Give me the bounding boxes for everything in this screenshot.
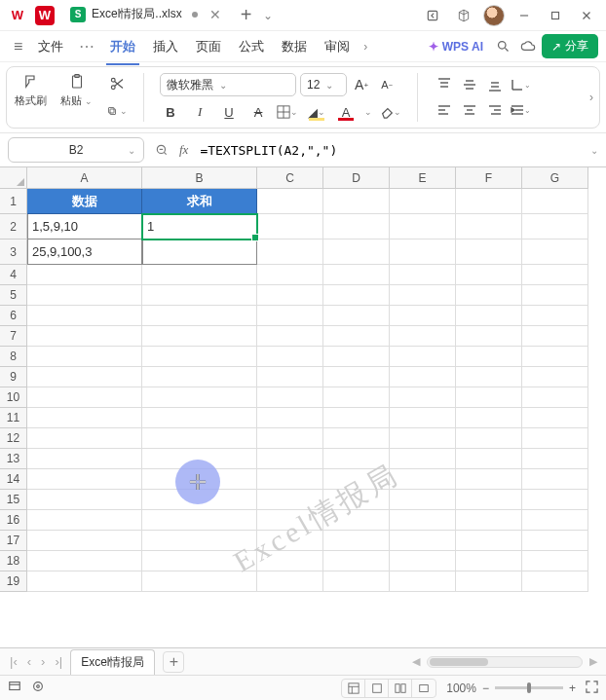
cell[interactable] — [390, 367, 456, 387]
search-icon[interactable] — [491, 35, 514, 58]
share-button[interactable]: ↗分享 — [542, 34, 598, 58]
cell[interactable] — [522, 265, 588, 285]
cell[interactable] — [27, 469, 142, 490]
cell[interactable] — [323, 347, 390, 367]
menu-formula[interactable]: 公式 — [231, 34, 272, 59]
cell[interactable] — [456, 306, 522, 326]
cell[interactable] — [257, 189, 323, 214]
tab-close-icon[interactable]: ✕ — [209, 7, 221, 22]
row-header[interactable]: 15 — [0, 490, 27, 510]
cell[interactable] — [522, 367, 588, 387]
cell[interactable] — [456, 367, 522, 387]
cell[interactable] — [142, 326, 257, 347]
menu-file[interactable]: 文件 — [30, 34, 71, 59]
cell[interactable] — [390, 214, 456, 239]
cell[interactable] — [522, 551, 588, 571]
zoom-out-button[interactable]: − — [482, 682, 489, 695]
cell[interactable] — [257, 367, 323, 387]
row-header[interactable]: 7 — [0, 326, 27, 347]
cell[interactable] — [456, 469, 522, 490]
row-header[interactable]: 12 — [0, 428, 27, 449]
font-size-combo[interactable]: 12⌄ — [300, 73, 347, 96]
row-header[interactable]: 19 — [0, 571, 27, 592]
cell[interactable] — [257, 239, 323, 265]
cell[interactable] — [27, 408, 142, 428]
cell[interactable] — [142, 265, 257, 285]
cells-area[interactable]: 数据 求和 1,5,9,10 1 25,9,100,3 — [27, 189, 606, 647]
minimize-icon[interactable] — [512, 4, 536, 27]
cell[interactable] — [257, 449, 323, 469]
cell-a3[interactable]: 25,9,100,3 — [27, 239, 142, 265]
row-header[interactable]: 3 — [0, 239, 27, 265]
orientation-button[interactable]: ⌄ — [510, 74, 531, 95]
row-header[interactable]: 5 — [0, 285, 27, 306]
cell[interactable] — [522, 347, 588, 367]
cell[interactable] — [323, 469, 390, 490]
col-header-b[interactable]: B — [142, 167, 257, 189]
cell-b1[interactable]: 求和 — [142, 189, 257, 214]
cell[interactable] — [390, 347, 456, 367]
cell[interactable] — [27, 571, 142, 592]
cell[interactable] — [456, 490, 522, 510]
cell[interactable] — [323, 306, 390, 326]
zoom-in-button[interactable]: + — [569, 682, 576, 695]
cell[interactable] — [142, 306, 257, 326]
cell[interactable] — [390, 326, 456, 347]
view-read-button[interactable] — [412, 680, 436, 697]
row-header[interactable]: 9 — [0, 367, 27, 387]
cell[interactable] — [323, 428, 390, 449]
row-header[interactable]: 18 — [0, 551, 27, 571]
cell[interactable] — [27, 449, 142, 469]
row-header[interactable]: 16 — [0, 510, 27, 531]
select-all-corner[interactable] — [0, 167, 27, 189]
hamburger-icon[interactable]: ≡ — [8, 38, 28, 55]
cell[interactable] — [323, 571, 390, 592]
menu-data[interactable]: 数据 — [274, 34, 315, 59]
cell[interactable] — [522, 428, 588, 449]
sheet-tab[interactable]: Excel情报局 — [70, 649, 155, 675]
copy-button[interactable]: ⌄ — [106, 100, 128, 122]
cell[interactable] — [390, 239, 456, 265]
row-header[interactable]: 8 — [0, 347, 27, 367]
cell[interactable] — [456, 449, 522, 469]
cell[interactable] — [257, 531, 323, 551]
cell[interactable] — [390, 510, 456, 531]
clear-format-button[interactable]: ⌄ — [380, 102, 401, 122]
add-sheet-button[interactable]: + — [163, 651, 184, 673]
format-painter-button[interactable]: 格式刷 — [15, 73, 47, 108]
cell[interactable] — [323, 449, 390, 469]
cell[interactable] — [522, 214, 588, 239]
tab-overflow-icon[interactable]: ⌄ — [263, 9, 273, 22]
scrollbar-thumb[interactable] — [430, 658, 488, 666]
align-center-button[interactable] — [459, 99, 480, 121]
cell[interactable] — [456, 239, 522, 265]
name-box[interactable]: B2⌄ — [8, 137, 144, 163]
cell[interactable] — [456, 189, 522, 214]
cell[interactable] — [522, 285, 588, 306]
cell[interactable] — [323, 189, 390, 214]
cell[interactable] — [142, 408, 257, 428]
cloud-sync-icon[interactable] — [516, 35, 540, 58]
cell[interactable] — [257, 347, 323, 367]
cell[interactable] — [257, 265, 323, 285]
cell[interactable] — [27, 551, 142, 571]
row-header[interactable]: 1 — [0, 189, 27, 214]
font-name-combo[interactable]: 微软雅黑⌄ — [160, 73, 296, 96]
cell[interactable] — [257, 285, 323, 306]
cell-b3[interactable] — [142, 239, 257, 265]
maximize-icon[interactable] — [544, 4, 567, 27]
cell[interactable] — [257, 551, 323, 571]
cell[interactable] — [257, 306, 323, 326]
formula-expand-icon[interactable]: ⌄ — [590, 145, 598, 156]
sheet-first-icon[interactable]: |‹ — [6, 654, 21, 669]
col-header-e[interactable]: E — [390, 167, 456, 189]
cell[interactable] — [522, 387, 588, 408]
row-header[interactable]: 6 — [0, 306, 27, 326]
cell[interactable] — [27, 367, 142, 387]
col-header-f[interactable]: F — [456, 167, 522, 189]
indent-button[interactable]: ⌄ — [510, 99, 531, 121]
cell[interactable] — [522, 469, 588, 490]
menu-insert[interactable]: 插入 — [145, 34, 186, 59]
cell[interactable] — [456, 387, 522, 408]
cell-a2[interactable]: 1,5,9,10 — [27, 214, 142, 239]
